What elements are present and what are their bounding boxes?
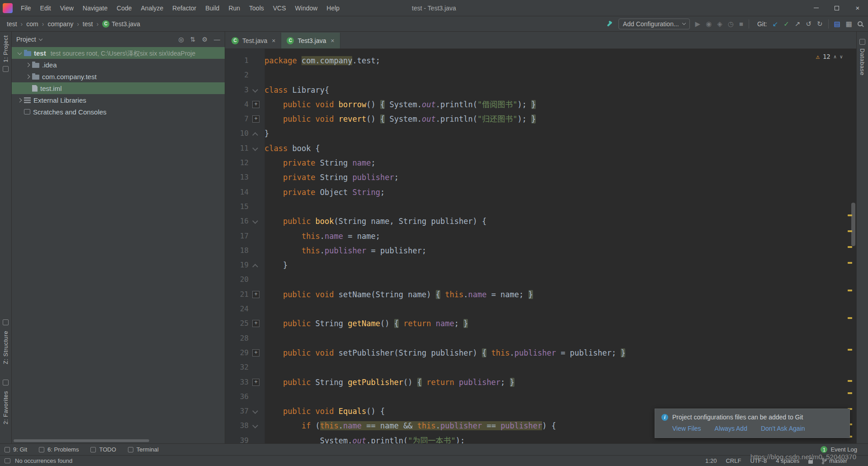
hide-icon[interactable]: —: [214, 36, 220, 43]
line-number[interactable]: 2: [225, 68, 249, 82]
project-panel-title[interactable]: Project: [16, 36, 36, 43]
breadcrumb-item[interactable]: test: [81, 20, 94, 28]
locate-icon[interactable]: ◎: [178, 36, 184, 43]
collapse-all-icon[interactable]: ⇅: [190, 36, 196, 43]
line-number[interactable]: 11: [225, 141, 249, 156]
notification-action-always-add[interactable]: Always Add: [715, 425, 747, 432]
line-number[interactable]: 39: [225, 433, 249, 443]
notification-action-view-files[interactable]: View Files: [672, 425, 701, 432]
line-number[interactable]: 36: [225, 390, 249, 404]
breadcrumb-item[interactable]: com: [25, 20, 39, 28]
tree-row[interactable]: test.iml: [12, 82, 225, 94]
run-icon[interactable]: ▶: [695, 20, 701, 27]
warning-stripe-mark[interactable]: [848, 349, 852, 351]
update-project-icon[interactable]: ↙: [773, 20, 778, 27]
breadcrumb-item[interactable]: test: [5, 20, 19, 28]
event-log-button[interactable]: 1 Event Log: [821, 446, 863, 453]
warning-stripe-mark[interactable]: [848, 246, 852, 248]
line-number[interactable]: 18: [225, 243, 249, 258]
warning-stripe-mark[interactable]: [848, 262, 852, 264]
line-number[interactable]: 14: [225, 185, 249, 200]
line-number[interactable]: 20: [225, 272, 249, 287]
fold-marker[interactable]: [249, 258, 264, 272]
tree-row[interactable]: .idea: [12, 59, 225, 71]
build-hammer-icon[interactable]: [606, 20, 613, 27]
line-number[interactable]: 3: [225, 83, 249, 97]
line-number[interactable]: 24: [225, 302, 249, 316]
tree-expand-icon[interactable]: [18, 98, 22, 102]
fold-marker[interactable]: [249, 112, 264, 126]
breadcrumb-item[interactable]: Test3.java: [101, 20, 142, 28]
fold-marker[interactable]: [249, 83, 264, 97]
history-icon[interactable]: ↺: [806, 20, 811, 27]
line-number[interactable]: 25: [225, 316, 249, 331]
fold-marker[interactable]: [249, 97, 264, 112]
editor-tab[interactable]: Test.java×: [226, 33, 281, 48]
line-number[interactable]: 12: [225, 156, 249, 170]
tree-row[interactable]: com.company.test: [12, 71, 225, 82]
tool-button-project[interactable]: 1: Project: [2, 35, 9, 62]
code-editor[interactable]: 1package com.company.test;23class Librar…: [225, 49, 856, 443]
coverage-icon[interactable]: ◈: [717, 20, 722, 27]
line-number[interactable]: 21: [225, 287, 249, 302]
warning-stripe-mark[interactable]: [848, 380, 852, 382]
line-number[interactable]: 15: [225, 200, 249, 214]
line-number[interactable]: 19: [225, 258, 249, 272]
maximize-button[interactable]: [826, 0, 847, 16]
line-number[interactable]: 17: [225, 229, 249, 243]
settings-icon[interactable]: ⚙: [202, 36, 208, 43]
close-button[interactable]: ×: [847, 0, 868, 16]
warning-stripe-mark[interactable]: [848, 214, 852, 216]
project-stripe-icon[interactable]: [3, 66, 9, 72]
project-tool-icon[interactable]: ▤: [834, 20, 840, 27]
fold-marker[interactable]: [249, 126, 264, 141]
tool-button-favorites[interactable]: 2: Favorites: [2, 376, 9, 424]
fold-marker[interactable]: [249, 404, 264, 418]
layout-icon[interactable]: ▦: [846, 20, 852, 27]
menu-help[interactable]: Help: [322, 2, 344, 14]
commit-icon[interactable]: ✓: [783, 20, 789, 27]
line-number[interactable]: 16: [225, 214, 249, 228]
database-stripe-icon[interactable]: [859, 39, 865, 45]
search-everywhere-icon[interactable]: [858, 21, 863, 26]
notification-action-don-t-ask-again[interactable]: Don't Ask Again: [761, 425, 805, 432]
tool-button-git[interactable]: 9: Git: [5, 446, 27, 453]
warning-stripe-mark[interactable]: [848, 317, 852, 319]
profiler-icon[interactable]: ◷: [728, 20, 734, 27]
menu-view[interactable]: View: [56, 2, 78, 14]
line-number[interactable]: 1: [225, 53, 249, 68]
tree-row[interactable]: testtest sources root, C:\Users\泽权six si…: [12, 47, 225, 59]
fold-marker[interactable]: [249, 418, 264, 433]
menu-code[interactable]: Code: [112, 2, 136, 14]
fold-marker[interactable]: [249, 316, 264, 331]
fold-marker[interactable]: [249, 287, 264, 302]
warning-stripe-mark[interactable]: [848, 290, 852, 291]
menu-tools[interactable]: Tools: [245, 2, 269, 14]
caret-position-widget[interactable]: 1:20: [705, 457, 717, 464]
tree-row[interactable]: Scratches and Consoles: [12, 106, 225, 118]
push-icon[interactable]: ↗: [795, 20, 801, 27]
minimize-button[interactable]: [806, 0, 826, 16]
line-number[interactable]: 29: [225, 346, 249, 360]
horizontal-scrollbar[interactable]: [14, 439, 149, 442]
add-configuration-button[interactable]: Add Configuration...: [618, 19, 690, 29]
fold-marker[interactable]: [249, 375, 264, 390]
menu-file[interactable]: File: [16, 2, 36, 14]
line-number[interactable]: 32: [225, 360, 249, 375]
vertical-scrollbar-thumb[interactable]: [851, 203, 855, 246]
menu-navigate[interactable]: Navigate: [78, 2, 112, 14]
stop-icon[interactable]: ■: [739, 20, 743, 27]
tool-button-structure[interactable]: Z: Structure: [2, 316, 9, 364]
breadcrumb-item[interactable]: company: [46, 20, 75, 28]
menu-edit[interactable]: Edit: [36, 2, 56, 14]
inspections-widget[interactable]: ⚠ 12 ∧ ∨: [814, 52, 844, 61]
warning-stripe-mark[interactable]: [848, 392, 852, 394]
tool-window-switcher-icon[interactable]: [5, 458, 10, 463]
tab-close-icon[interactable]: ×: [272, 37, 275, 44]
line-number[interactable]: 13: [225, 170, 249, 185]
editor-tab[interactable]: Test3.java×: [281, 33, 340, 48]
menu-analyze[interactable]: Analyze: [137, 2, 168, 14]
tool-button-terminal[interactable]: Terminal: [128, 446, 159, 453]
tab-close-icon[interactable]: ×: [330, 37, 334, 44]
line-separator-widget[interactable]: CRLF: [726, 457, 741, 464]
